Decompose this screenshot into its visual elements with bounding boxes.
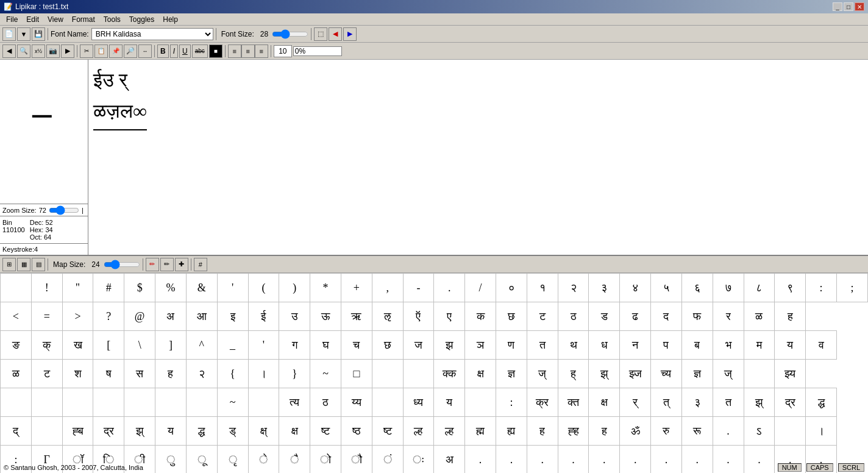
char-cell[interactable]: ष्ट bbox=[310, 417, 341, 446]
char-cell[interactable]: ह bbox=[155, 360, 187, 388]
char-cell[interactable] bbox=[186, 388, 217, 417]
charmap-btn-3[interactable]: ▤ bbox=[32, 258, 45, 271]
char-cell[interactable]: थ bbox=[558, 331, 589, 360]
char-cell[interactable] bbox=[1, 388, 32, 417]
char-cell[interactable]: > bbox=[62, 302, 93, 331]
char-cell[interactable]: ह्ब bbox=[62, 417, 93, 446]
char-cell[interactable] bbox=[372, 388, 403, 417]
char-cell[interactable]: य्य bbox=[341, 388, 372, 417]
menu-tools[interactable]: Tools bbox=[100, 15, 124, 24]
char-cell[interactable]: झ bbox=[434, 331, 465, 360]
char-cell[interactable]: श bbox=[62, 360, 93, 388]
char-cell[interactable]: ड् bbox=[217, 417, 248, 446]
bold-btn[interactable]: B bbox=[157, 44, 169, 58]
underline-btn[interactable]: U bbox=[179, 44, 191, 58]
char-cell[interactable]: क्ष bbox=[465, 360, 496, 388]
char-cell[interactable]: झ्य bbox=[775, 360, 806, 388]
find-btn[interactable]: 🔎 bbox=[124, 44, 137, 58]
char-cell[interactable]: ब bbox=[681, 331, 713, 360]
charmap-grid-btn[interactable]: # bbox=[194, 258, 207, 271]
font-size-slider[interactable] bbox=[272, 29, 308, 39]
charmap-pencil-btn[interactable]: ✏ bbox=[146, 258, 159, 271]
char-cell[interactable]: स bbox=[124, 360, 155, 388]
char-cell[interactable]: . bbox=[713, 417, 744, 446]
char-cell[interactable]: . bbox=[620, 446, 651, 474]
forward-btn[interactable]: ▶ bbox=[343, 27, 357, 41]
char-cell[interactable]: म bbox=[744, 331, 775, 360]
char-cell[interactable]: ए bbox=[434, 302, 465, 331]
char-cell[interactable]: ख bbox=[62, 331, 93, 360]
char-cell[interactable]: ठ bbox=[558, 302, 589, 331]
char-cell[interactable]: : bbox=[496, 388, 527, 417]
char-cell[interactable]: ऍ bbox=[403, 302, 434, 331]
char-cell[interactable]: ? bbox=[93, 302, 124, 331]
char-cell[interactable]: - bbox=[403, 274, 434, 302]
char-cell[interactable] bbox=[124, 388, 155, 417]
char-cell[interactable] bbox=[62, 388, 93, 417]
char-cell[interactable]: रू bbox=[681, 417, 713, 446]
char-cell[interactable]: ॐ bbox=[620, 417, 651, 446]
char-cell[interactable]: . bbox=[558, 446, 589, 474]
char-cell[interactable]: ध्य bbox=[403, 388, 434, 417]
char-cell[interactable] bbox=[155, 388, 187, 417]
char-cell[interactable]: १ bbox=[527, 274, 558, 302]
char-cell[interactable]: + bbox=[341, 274, 372, 302]
char-cell[interactable]: र् bbox=[620, 388, 651, 417]
char-cell[interactable]: द् bbox=[1, 417, 32, 446]
char-cell[interactable]: * bbox=[310, 274, 341, 302]
char-cell[interactable]: छ bbox=[372, 331, 403, 360]
char-cell[interactable]: ~ bbox=[217, 388, 248, 417]
char-cell[interactable]: " bbox=[62, 274, 93, 302]
char-cell[interactable]: _ bbox=[217, 331, 248, 360]
char-cell[interactable]: ह्ह bbox=[558, 417, 589, 446]
char-cell[interactable]: ! bbox=[31, 274, 62, 302]
char-cell[interactable]: ९ bbox=[775, 274, 806, 302]
char-cell[interactable]: र bbox=[713, 302, 744, 331]
char-cell[interactable]: अ bbox=[155, 302, 187, 331]
char-cell[interactable]: . bbox=[651, 446, 682, 474]
char-cell[interactable]: / bbox=[465, 274, 496, 302]
char-cell[interactable]: इ bbox=[217, 302, 248, 331]
zoom-btn[interactable]: x½ bbox=[32, 44, 45, 58]
char-cell[interactable]: े bbox=[248, 446, 279, 474]
char-cell[interactable]: ; bbox=[836, 274, 867, 302]
maximize-button[interactable]: □ bbox=[844, 2, 853, 11]
char-cell[interactable]: अ bbox=[434, 446, 465, 474]
char-cell[interactable]: ज् bbox=[713, 360, 744, 388]
char-cell[interactable]: झ् bbox=[124, 417, 155, 446]
char-cell[interactable]: द्ध bbox=[186, 417, 217, 446]
char-cell[interactable]: क् bbox=[31, 331, 62, 360]
menu-file[interactable]: File bbox=[2, 15, 21, 24]
map-size-slider[interactable] bbox=[104, 260, 140, 269]
char-cell[interactable]: ृ bbox=[217, 446, 248, 474]
char-cell[interactable]: } bbox=[279, 360, 310, 388]
char-cell[interactable] bbox=[31, 417, 62, 446]
char-cell[interactable]: न bbox=[620, 331, 651, 360]
char-cell[interactable]: । bbox=[248, 360, 279, 388]
menu-toggles[interactable]: Toggles bbox=[126, 15, 158, 24]
zoom-slider[interactable] bbox=[49, 205, 79, 215]
char-cell[interactable]: त bbox=[527, 331, 558, 360]
char-cell[interactable]: य bbox=[434, 388, 465, 417]
menu-view[interactable]: View bbox=[44, 15, 67, 24]
char-cell[interactable]: उ bbox=[279, 302, 310, 331]
char-cell[interactable]: त bbox=[713, 388, 744, 417]
char-cell[interactable]: क्ष bbox=[589, 388, 620, 417]
char-cell[interactable]: ः bbox=[403, 446, 434, 474]
char-cell[interactable]: ड bbox=[589, 302, 620, 331]
char-cell[interactable]: ह्म bbox=[465, 417, 496, 446]
char-cell[interactable]: ४ bbox=[620, 274, 651, 302]
align-right-btn[interactable]: ≡ bbox=[255, 44, 268, 58]
save-button[interactable]: 💾 bbox=[32, 27, 45, 41]
char-cell[interactable]: झ् bbox=[589, 360, 620, 388]
char-cell[interactable]: क bbox=[465, 302, 496, 331]
char-cell[interactable]: ऽ bbox=[744, 417, 775, 446]
new-button[interactable]: 📄 bbox=[2, 27, 16, 41]
char-cell[interactable]: क्ष bbox=[279, 417, 310, 446]
char-cell[interactable]: ' bbox=[248, 331, 279, 360]
char-cell[interactable] bbox=[1, 274, 32, 302]
char-cell[interactable]: ह bbox=[527, 417, 558, 446]
char-cell[interactable]: ल्ह bbox=[434, 417, 465, 446]
char-cell[interactable]: ष bbox=[93, 360, 124, 388]
char-cell[interactable]: ट bbox=[31, 360, 62, 388]
